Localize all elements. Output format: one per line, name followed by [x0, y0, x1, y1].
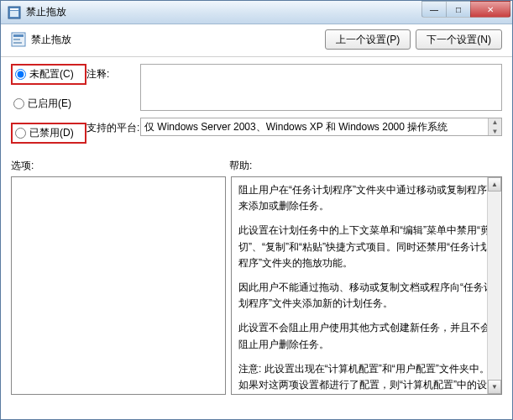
- dialog-window: 禁止拖放 — □ ✕ 禁止拖放 上一个设置(P) 下一个设置(N) 未配置(C): [0, 0, 513, 420]
- platform-scrollbar[interactable]: ▲▼: [488, 118, 501, 135]
- options-panel: [11, 176, 226, 395]
- help-paragraph: 此设置在计划任务中的上下文菜单和“编辑”菜单中禁用“剪切”、“复制”和“粘贴”快…: [238, 223, 495, 271]
- client-area: 禁止拖放 上一个设置(P) 下一个设置(N) 未配置(C) 已启用(E) 已禁用…: [1, 24, 512, 405]
- svg-rect-6: [13, 42, 22, 44]
- radio-not-configured[interactable]: 未配置(C): [11, 64, 86, 85]
- svg-rect-1: [10, 8, 18, 10]
- help-paragraph: 阻止用户在“任务计划程序”文件夹中通过移动或复制程序来添加或删除任务。: [238, 182, 495, 214]
- scroll-track[interactable]: [488, 192, 501, 380]
- radio-enabled[interactable]: 已启用(E): [11, 95, 86, 113]
- titlebar[interactable]: 禁止拖放 — □ ✕: [1, 1, 512, 24]
- header-row: 禁止拖放 上一个设置(P) 下一个设置(N): [1, 24, 512, 57]
- close-button[interactable]: ✕: [470, 1, 510, 18]
- window-controls: — □ ✕: [422, 1, 510, 18]
- svg-rect-2: [10, 11, 18, 17]
- svg-rect-4: [13, 34, 24, 37]
- radio-disabled-input[interactable]: [15, 128, 26, 139]
- scroll-up-button[interactable]: ▲: [488, 177, 501, 192]
- next-setting-button[interactable]: 下一个设置(N): [416, 29, 502, 50]
- panel-labels: 选项: 帮助:: [1, 149, 512, 176]
- scroll-down-button[interactable]: ▼: [488, 380, 501, 394]
- minimize-button[interactable]: —: [421, 1, 447, 18]
- prev-setting-button[interactable]: 上一个设置(P): [325, 29, 411, 50]
- help-label: 帮助:: [229, 159, 252, 173]
- comment-label: 注释:: [86, 64, 140, 81]
- options-label: 选项:: [11, 159, 229, 173]
- radio-enabled-label: 已启用(E): [28, 97, 71, 111]
- platform-value: 仅 Windows Server 2003、Windows XP 和 Windo…: [144, 120, 448, 134]
- policy-title: 禁止拖放: [31, 33, 320, 47]
- svg-rect-5: [13, 39, 20, 40]
- help-paragraph: 此设置不会阻止用户使用其他方式创建新任务，并且不会阻止用户删除任务。: [238, 320, 495, 352]
- app-icon: [8, 6, 21, 19]
- platform-row: 支持的平台: 仅 Windows Server 2003、Windows XP …: [86, 118, 502, 136]
- radio-not-configured-label: 未配置(C): [29, 67, 74, 81]
- state-radio-group: 未配置(C) 已启用(E) 已禁用(D): [11, 64, 86, 144]
- config-area: 未配置(C) 已启用(E) 已禁用(D) 注释: 支持的平台:: [1, 57, 512, 149]
- radio-disabled[interactable]: 已禁用(D): [11, 123, 86, 144]
- maximize-button[interactable]: □: [446, 1, 471, 18]
- policy-icon: [11, 32, 26, 47]
- help-panel: 阻止用户在“任务计划程序”文件夹中通过移动或复制程序来添加或删除任务。 此设置在…: [231, 176, 502, 395]
- radio-enabled-input[interactable]: [13, 98, 24, 109]
- platform-box: 仅 Windows Server 2003、Windows XP 和 Windo…: [140, 118, 502, 136]
- fields-column: 注释: 支持的平台: 仅 Windows Server 2003、Windows…: [86, 64, 502, 144]
- radio-disabled-label: 已禁用(D): [29, 126, 74, 140]
- help-content[interactable]: 阻止用户在“任务计划程序”文件夹中通过移动或复制程序来添加或删除任务。 此设置在…: [232, 177, 501, 394]
- panels-row: 阻止用户在“任务计划程序”文件夹中通过移动或复制程序来添加或删除任务。 此设置在…: [1, 176, 512, 405]
- comment-textarea[interactable]: [140, 64, 502, 111]
- window-title: 禁止拖放: [26, 5, 422, 19]
- help-paragraph: 因此用户不能通过拖动、移动或复制文档或程序向“任务计划程序”文件夹添加新的计划任…: [238, 280, 495, 312]
- help-paragraph: 注意: 此设置出现在“计算机配置”和“用户配置”文件夹中。如果对这两项设置都进行…: [238, 361, 495, 394]
- radio-not-configured-input[interactable]: [15, 69, 26, 80]
- platform-label: 支持的平台:: [86, 118, 140, 135]
- help-scrollbar[interactable]: ▲ ▼: [487, 177, 501, 394]
- comment-row: 注释:: [86, 64, 502, 111]
